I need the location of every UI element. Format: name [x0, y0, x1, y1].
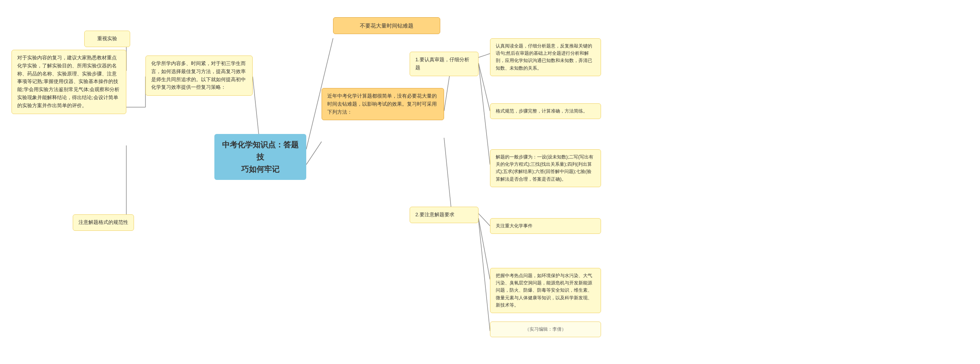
right-main-box: 近年中考化学计算题都很简单，没有必要花大量的时间去钻难题，以影响考试的效果。复习…	[322, 88, 444, 120]
label-zhongshi-text: 重视实验	[97, 36, 117, 41]
far-right-text-3: 解题的一般步骤为：一设(设未知数);二写(写出有关的化学方程式);三找(找出关系…	[496, 154, 593, 182]
label-zhongshi-shiyan: 重视实验	[84, 31, 130, 47]
right-main-text: 近年中考化学计算题都很简单，没有必要花大量的时间去钻难题，以影响考试的效果。复习…	[327, 93, 437, 115]
far-right-box-2: 格式规范，步骤完整，计算准确，方法简练。	[490, 103, 601, 119]
far-right-box-3: 解题的一般步骤为：一设(设未知数);二写(写出有关的化学方程式);三找(找出关系…	[490, 149, 601, 187]
sub-label-2: 2.要注意解题要求	[410, 207, 479, 223]
sub-label-2-text: 2.要注意解题要求	[415, 212, 454, 217]
left-experiment-text: 对于实验内容的复习，建议大家熟悉教材重点化学实验，了解实验目的、所用实验仪器的名…	[17, 55, 119, 108]
far-right-text-5: 把握中考热点问题，如环境保护与水污染、大气污染、臭氧层空洞问题，能源危机与开发新…	[496, 273, 592, 308]
svg-line-14	[479, 54, 490, 57]
far-right-box-6: （实习编辑：李倩）	[490, 322, 601, 337]
label-jiejiti-guifan: 注意解题格式的规范性	[73, 214, 134, 231]
svg-line-18	[479, 218, 490, 279]
svg-line-19	[479, 220, 490, 331]
svg-line-12	[444, 138, 452, 214]
far-right-box-1: 认真阅读全题，仔细分析题意，反复推敲关键的语句;然后在审题的基础上对全题进行分析…	[490, 38, 601, 76]
svg-line-17	[479, 214, 490, 226]
svg-line-15	[479, 63, 490, 111]
right-top-text: 不要花大量时间钻难题	[360, 23, 413, 29]
label-jiejiti-text: 注意解题格式的规范性	[78, 219, 128, 225]
mind-map: 对于实验内容的复习，建议大家熟悉教材重点化学实验，了解实验目的、所用实验仪器的名…	[0, 0, 980, 364]
far-right-text-6: （实习编辑：李倩）	[525, 326, 566, 332]
svg-line-16	[479, 63, 490, 165]
far-right-text-1: 认真阅读全题，仔细分析题意，反复推敲关键的语句;然后在审题的基础上对全题进行分析…	[496, 43, 592, 71]
center-strategy-box: 化学所学内容多、时间紧，对于初三学生而言，如何选择最佳复习方法，提高复习效率是师…	[145, 55, 253, 96]
svg-line-9	[306, 142, 322, 165]
right-top-node: 不要花大量时间钻难题	[333, 17, 440, 34]
far-right-box-5: 把握中考热点问题，如环境保护与水污染、大气污染、臭氧层空洞问题，能源危机与开发新…	[490, 268, 601, 313]
far-right-text-4: 关注重大化学事件	[496, 223, 532, 229]
left-experiment-box: 对于实验内容的复习，建议大家熟悉教材重点化学实验，了解实验目的、所用实验仪器的名…	[11, 50, 126, 114]
far-right-box-4: 关注重大化学事件	[490, 218, 601, 234]
sub-label-1-text: 1.要认真审题，仔细分析题	[415, 57, 469, 70]
center-strategy-text: 化学所学内容多、时间紧，对于初三学生而言，如何选择最佳复习方法，提高复习效率是师…	[151, 60, 246, 90]
sub-label-1: 1.要认真审题，仔细分析题	[410, 52, 479, 76]
far-right-text-2: 格式规范，步骤完整，计算准确，方法简练。	[496, 108, 588, 114]
central-node: 中考化学知识点：答题技 巧如何牢记	[214, 134, 306, 180]
central-title: 中考化学知识点：答题技 巧如何牢记	[222, 140, 299, 173]
